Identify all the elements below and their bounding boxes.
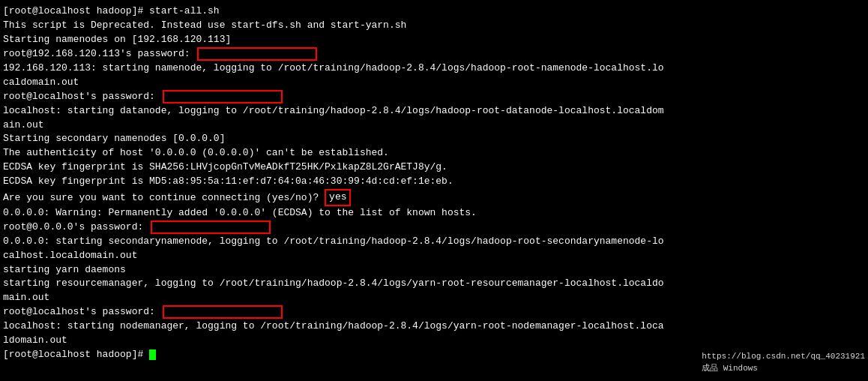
terminal-line: 192.168.120.113: starting namenode, logg… (3, 62, 865, 76)
password-input-box[interactable] (163, 90, 283, 104)
terminal-line: starting resourcemanager, logging to /ro… (3, 277, 865, 291)
terminal-line: Starting namenodes on [192.168.120.113] (3, 33, 865, 47)
terminal-content: [root@localhost hadoop]# start-all.shThi… (3, 4, 865, 362)
terminal-line: calhost.localdomain.out (3, 249, 865, 263)
terminal-line: root@0.0.0.0's password: (3, 220, 865, 235)
terminal-line: root@localhost's password: (3, 305, 865, 320)
terminal-line: ECDSA key fingerprint is SHA256:LHVjcopG… (3, 160, 865, 175)
terminal-line: ECDSA key fingerprint is MD5:a8:95:5a:11… (3, 175, 865, 189)
terminal-line: This script is Deprecated. Instead use s… (3, 19, 865, 33)
terminal-line: 0.0.0.0: starting secondarynamenode, log… (3, 235, 865, 249)
terminal-line: starting yarn daemons (3, 263, 865, 278)
watermark-line2: 成品 Windows (702, 363, 865, 375)
terminal-line: localhost: starting nodemanager, logging… (3, 320, 865, 334)
terminal-line: root@localhost's password: (3, 90, 865, 104)
terminal-line: localhost: starting datanode, logging to… (3, 104, 865, 118)
watermark-line1: https://blog.csdn.net/qq_40231921 (702, 351, 865, 363)
terminal-window: [root@localhost hadoop]# start-all.shThi… (0, 0, 868, 381)
terminal-line: caldomain.out (3, 76, 865, 90)
watermark: https://blog.csdn.net/qq_40231921 成品 Win… (702, 351, 865, 375)
terminal-line: root@192.168.120.113's password: (3, 47, 865, 62)
terminal-line: ain.out (3, 118, 865, 133)
password-input-box[interactable] (151, 220, 271, 234)
password-input-box[interactable] (197, 47, 317, 61)
yes-no-answer-box: yes (325, 189, 351, 206)
terminal-line: main.out (3, 291, 865, 305)
terminal-line: Starting secondary namenodes [0.0.0.0] (3, 132, 865, 146)
terminal-line: 0.0.0.0: Warning: Permanently added '0.0… (3, 206, 865, 220)
terminal-line: Are you sure you want to continue connec… (3, 189, 865, 206)
terminal-cursor (149, 350, 156, 360)
terminal-line: ldomain.out (3, 334, 865, 348)
password-input-box[interactable] (163, 305, 283, 319)
terminal-line: [root@localhost hadoop]# start-all.sh (3, 4, 865, 19)
terminal-line: The authenticity of host '0.0.0.0 (0.0.0… (3, 146, 865, 160)
